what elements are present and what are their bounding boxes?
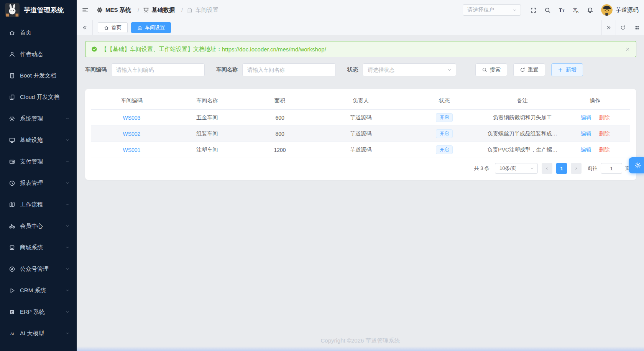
edit-button[interactable]: 编辑 bbox=[581, 114, 591, 120]
menu-fold-icon[interactable] bbox=[82, 7, 89, 14]
table-column-header: 车间名称 bbox=[172, 97, 242, 104]
app-logo[interactable]: 芋道管理系统 bbox=[0, 0, 77, 20]
theme-settings-button[interactable] bbox=[629, 157, 644, 173]
sidebar-item[interactable]: 商城系统 bbox=[0, 237, 77, 258]
search-icon[interactable] bbox=[540, 3, 555, 17]
sidebar-item[interactable]: CRM 系统 bbox=[0, 280, 77, 301]
sidebar-item[interactable]: 公众号管理 bbox=[0, 258, 77, 280]
copy-document-icon bbox=[9, 94, 15, 101]
pagination-total: 共 3 条 bbox=[474, 165, 490, 172]
filter-input[interactable] bbox=[363, 63, 456, 76]
filter-input[interactable] bbox=[242, 63, 336, 76]
tab-active-label: 车间设置 bbox=[145, 24, 165, 31]
user-icon bbox=[9, 51, 15, 58]
tabs-wrap: 首页 车间设置 bbox=[93, 22, 601, 33]
search-button[interactable]: 搜索 bbox=[475, 63, 507, 76]
notification-bell-icon[interactable] bbox=[583, 3, 597, 17]
shop-icon bbox=[9, 244, 15, 251]
sidebar-item[interactable]: 工作流程 bbox=[0, 194, 77, 215]
svg-text:A: A bbox=[576, 10, 578, 13]
bicycle-icon bbox=[9, 223, 15, 229]
refresh-page-icon[interactable] bbox=[616, 20, 630, 35]
sidebar-item[interactable]: 支付管理 bbox=[0, 151, 77, 172]
page-content: 【【基础】车间设置、工作站设置】文档地址： https://doc.iocode… bbox=[77, 35, 644, 351]
chevron-down-icon bbox=[65, 138, 70, 142]
tab-home[interactable]: 首页 bbox=[98, 22, 128, 33]
rabbit-logo-icon bbox=[5, 3, 20, 17]
add-button[interactable]: 新增 bbox=[551, 63, 583, 76]
fullscreen-icon[interactable] bbox=[526, 3, 540, 17]
breadcrumb-item[interactable]: MES 系统 bbox=[97, 7, 143, 14]
workshop-name: 注塑车间 bbox=[172, 147, 242, 153]
table-column-header: 备注 bbox=[485, 97, 560, 104]
sidebar-item[interactable]: E ERP 系统 bbox=[0, 301, 77, 323]
breadcrumb-label: MES 系统 bbox=[105, 7, 131, 14]
delete-button[interactable]: 删除 bbox=[599, 147, 610, 153]
cpu-icon bbox=[97, 7, 103, 13]
breadcrumb-item[interactable]: 基础数据 bbox=[143, 7, 187, 14]
current-page-button[interactable]: 1 bbox=[556, 163, 567, 174]
pie-chart-icon bbox=[9, 180, 15, 186]
collapse-tabs-icon[interactable] bbox=[77, 20, 93, 35]
sidebar-item[interactable]: 基础设施 bbox=[0, 129, 77, 151]
top-navbar: MES 系统 基础数据 车间设置 请选择租户 TT 文A bbox=[77, 0, 644, 20]
delete-button[interactable]: 删除 bbox=[599, 130, 610, 137]
table-row: WS001 注塑车间 1200 芋道源码 开启 负责PVC注塑成型，生产螺… 编… bbox=[91, 142, 630, 158]
tenant-select[interactable]: 请选择租户 bbox=[463, 4, 521, 16]
edit-button[interactable]: 编辑 bbox=[581, 130, 591, 137]
expand-tabs-icon[interactable] bbox=[601, 20, 616, 35]
sidebar-item[interactable]: AI AI 大模型 bbox=[0, 323, 77, 344]
translate-icon[interactable]: 文A bbox=[569, 3, 583, 17]
gear-icon bbox=[634, 162, 641, 169]
sidebar-item[interactable]: 会员中心 bbox=[0, 215, 77, 237]
svg-text:E: E bbox=[11, 310, 13, 314]
workshop-name: 五金车间 bbox=[172, 114, 242, 121]
alert-doc-link[interactable]: https://doc.iocoder.cn/mes/md/workshop/ bbox=[222, 46, 326, 53]
font-size-icon[interactable]: TT bbox=[555, 3, 569, 17]
filter-field: 车间名称 bbox=[216, 63, 336, 76]
sidebar-item[interactable]: 作者动态 bbox=[0, 43, 77, 65]
reset-button[interactable]: 重置 bbox=[513, 63, 545, 76]
app-window: 芋道管理系统 首页 作者动态 Boot 开发文档 Cloud 开发文 bbox=[0, 0, 644, 351]
workshop-remark: 负责螺丝刀半成品组装和成… bbox=[485, 130, 560, 137]
breadcrumb: MES 系统 基础数据 车间设置 bbox=[97, 7, 219, 14]
workshop-name: 组装车间 bbox=[172, 130, 242, 137]
chevron-down-icon bbox=[65, 116, 70, 121]
sidebar-item[interactable]: Boot 开发文档 bbox=[0, 65, 77, 86]
prev-page-button[interactable] bbox=[542, 163, 552, 174]
filter-field: 车间编码 bbox=[85, 63, 205, 76]
filter-label: 车间编码 bbox=[85, 66, 107, 73]
workshop-code-link[interactable]: WS002 bbox=[123, 131, 140, 137]
layout-grid-icon[interactable] bbox=[630, 20, 644, 35]
tab-workshop-settings[interactable]: 车间设置 bbox=[131, 22, 171, 33]
delete-button[interactable]: 删除 bbox=[599, 114, 610, 120]
tab-home-label: 首页 bbox=[112, 24, 122, 31]
workshop-owner: 芋道源码 bbox=[317, 130, 404, 137]
sidebar-item[interactable]: Cloud 开发文档 bbox=[0, 86, 77, 108]
next-page-button[interactable] bbox=[571, 163, 582, 174]
filter-label: 车间名称 bbox=[216, 66, 238, 73]
username[interactable]: 芋道源码 bbox=[616, 7, 639, 14]
page-size-select[interactable]: 10条/页 bbox=[495, 163, 538, 174]
alert-close-icon[interactable] bbox=[625, 47, 630, 52]
table-card: 车间编码车间名称面积负责人状态备注操作 WS003 五金车间 600 芋道源码 … bbox=[85, 89, 636, 180]
filter-input[interactable] bbox=[111, 63, 205, 76]
gear-icon bbox=[9, 115, 15, 122]
sidebar-item[interactable]: 系统管理 bbox=[0, 108, 77, 129]
table-row: WS002 组装车间 800 芋道源码 开启 负责螺丝刀半成品组装和成… 编辑 … bbox=[91, 126, 630, 142]
sidebar-item[interactable]: 报表管理 bbox=[0, 172, 77, 194]
wallet-icon bbox=[9, 158, 15, 165]
workshop-code-link[interactable]: WS001 bbox=[123, 147, 140, 153]
breadcrumb-item[interactable]: 车间设置 bbox=[187, 7, 219, 14]
sidebar-item[interactable]: 首页 bbox=[0, 22, 77, 43]
user-avatar[interactable] bbox=[601, 4, 613, 16]
workshop-code-link[interactable]: WS003 bbox=[123, 115, 140, 121]
breadcrumb-label: 车间设置 bbox=[196, 7, 219, 14]
data-board-icon bbox=[143, 7, 149, 13]
doc-alert: 【【基础】车间设置、工作站设置】文档地址： https://doc.iocode… bbox=[85, 41, 636, 57]
edit-button[interactable]: 编辑 bbox=[581, 147, 591, 153]
map-icon bbox=[9, 201, 15, 208]
filter-buttons: 搜索 重置 新增 bbox=[469, 63, 583, 76]
erp-icon: E bbox=[9, 309, 15, 315]
goto-page-input[interactable] bbox=[601, 163, 622, 174]
